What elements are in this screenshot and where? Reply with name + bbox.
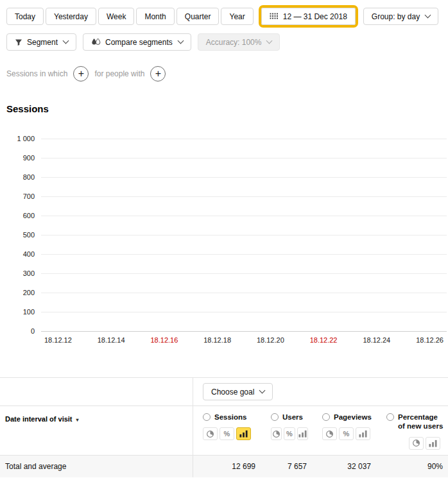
y-axis-label: 700 bbox=[0, 192, 35, 200]
report-table: Choose goal Date interval of visit ▾ Ses… bbox=[0, 377, 448, 477]
x-axis-label bbox=[343, 336, 358, 344]
period-tab-month[interactable]: Month bbox=[136, 8, 174, 25]
gridline bbox=[41, 331, 447, 332]
metric-label: Percentage of new users bbox=[398, 413, 444, 431]
metric-label: Pageviews bbox=[334, 413, 372, 422]
compare-segments-dropdown[interactable]: Compare segments bbox=[83, 33, 191, 51]
segment-builder-row: Sessions in which + for people with + bbox=[0, 51, 448, 81]
bars-view-toggle[interactable] bbox=[426, 437, 440, 450]
metric-radio[interactable] bbox=[322, 413, 330, 421]
x-axis-label: 18.12.22 bbox=[310, 336, 338, 344]
period-toolbar: Today Yesterday Week Month Quarter Year … bbox=[0, 0, 448, 28]
y-axis-label: 500 bbox=[0, 231, 35, 239]
metric-radio[interactable] bbox=[271, 413, 279, 421]
filter-funnel-icon bbox=[15, 38, 22, 46]
total-value: 12 699 bbox=[193, 456, 261, 477]
pie-view-toggle[interactable] bbox=[409, 437, 424, 450]
y-axis-label: 0 bbox=[0, 327, 35, 335]
pie-view-toggle[interactable] bbox=[322, 427, 337, 440]
bars-view-toggle[interactable] bbox=[236, 427, 251, 440]
table-column-divider bbox=[193, 378, 193, 477]
x-axis-label: 18.12.18 bbox=[203, 336, 231, 344]
sort-caret-icon: ▾ bbox=[76, 417, 79, 423]
x-axis-label bbox=[396, 336, 410, 344]
metric-radio[interactable] bbox=[386, 413, 394, 421]
goal-row: Choose goal bbox=[0, 378, 448, 406]
percent-view-toggle[interactable]: % bbox=[220, 427, 234, 440]
sessions-in-which-label: Sessions in which bbox=[6, 69, 67, 78]
x-axis-labels: 18.12.1218.12.1418.12.1618.12.1818.12.20… bbox=[41, 336, 447, 344]
date-range-label: 12 — 31 Dec 2018 bbox=[283, 12, 347, 21]
x-axis-label bbox=[184, 336, 198, 344]
x-axis-label: 18.12.16 bbox=[150, 336, 178, 344]
x-axis-label: 18.12.12 bbox=[44, 336, 72, 344]
metric-toggles bbox=[386, 437, 444, 450]
add-people-condition-button[interactable]: + bbox=[150, 66, 166, 81]
x-axis-label: 18.12.20 bbox=[257, 336, 284, 344]
dimension-header-label: Date interval of visit bbox=[5, 415, 73, 423]
metric-head: Percentage of new users bbox=[386, 413, 444, 431]
accuracy-dropdown[interactable]: Accuracy: 100% bbox=[198, 33, 280, 51]
y-axis-label: 600 bbox=[0, 212, 35, 219]
y-axis-label: 900 bbox=[0, 154, 35, 162]
total-value: 32 037 bbox=[312, 456, 376, 477]
chart-title: Sessions bbox=[6, 103, 448, 114]
period-tab-week[interactable]: Week bbox=[98, 8, 134, 25]
pie-view-toggle[interactable] bbox=[271, 427, 282, 440]
y-axis-label: 100 bbox=[0, 308, 35, 316]
x-axis-label bbox=[237, 336, 251, 344]
segment-dropdown[interactable]: Segment bbox=[6, 33, 76, 51]
period-tab-yesterday[interactable]: Yesterday bbox=[46, 8, 96, 25]
total-value: 90% bbox=[376, 456, 448, 477]
y-axis-label: 300 bbox=[0, 269, 35, 277]
y-axis-label: 800 bbox=[0, 173, 35, 181]
period-tab-year[interactable]: Year bbox=[221, 8, 253, 25]
x-axis-label: 18.12.24 bbox=[363, 336, 390, 344]
metric-radio[interactable] bbox=[203, 413, 211, 421]
period-tab-quarter[interactable]: Quarter bbox=[177, 8, 220, 25]
dimension-header[interactable]: Date interval of visit ▾ bbox=[0, 406, 193, 455]
x-axis-label: 18.12.14 bbox=[98, 336, 125, 344]
total-value: 7 657 bbox=[261, 456, 312, 477]
chart-bars bbox=[41, 139, 447, 331]
sessions-chart: 01002003004005006007008009001 000 bbox=[0, 139, 447, 331]
chevron-down-icon bbox=[63, 38, 69, 44]
group-by-dropdown[interactable]: Group: by day bbox=[363, 8, 438, 25]
pie-view-toggle[interactable] bbox=[203, 427, 218, 440]
accuracy-label: Accuracy: 100% bbox=[206, 38, 262, 47]
chevron-down-icon bbox=[259, 388, 266, 394]
bars-view-toggle[interactable] bbox=[356, 427, 370, 440]
percent-view-toggle[interactable]: % bbox=[339, 427, 354, 440]
metric-toggles: % bbox=[271, 427, 308, 440]
x-axis-label: 18.12.26 bbox=[416, 336, 444, 344]
metric-label: Users bbox=[282, 413, 303, 422]
add-session-condition-button[interactable]: + bbox=[73, 66, 89, 81]
choose-goal-label: Choose goal bbox=[211, 388, 254, 397]
y-axis-label: 400 bbox=[0, 250, 35, 258]
period-tab-today[interactable]: Today bbox=[6, 8, 44, 25]
compare-segments-label: Compare segments bbox=[105, 38, 173, 47]
chevron-down-icon bbox=[425, 12, 431, 19]
choose-goal-dropdown[interactable]: Choose goal bbox=[203, 383, 273, 400]
metric-toggles: % bbox=[203, 427, 257, 440]
x-axis-label bbox=[290, 336, 304, 344]
metric-column-2: Users% bbox=[261, 406, 312, 455]
x-axis-label bbox=[131, 336, 145, 344]
group-by-label: Group: by day bbox=[372, 12, 420, 21]
totals-row: Total and average 12 6997 65732 03790% bbox=[0, 455, 448, 477]
date-range-picker-button[interactable]: 12 — 31 Dec 2018 bbox=[261, 8, 356, 25]
chart-plot-area: 01002003004005006007008009001 000 bbox=[41, 139, 447, 331]
percent-view-toggle[interactable]: % bbox=[284, 427, 295, 440]
metric-column-4: Percentage of new users bbox=[376, 406, 448, 455]
metric-column-3: Pageviews% bbox=[312, 406, 376, 455]
filter-toolbar: Segment Compare segments Accuracy: 100% bbox=[0, 28, 448, 51]
metric-toggles: % bbox=[322, 427, 372, 440]
y-axis-label: 200 bbox=[0, 289, 35, 296]
compare-droplets-icon bbox=[91, 38, 101, 46]
y-axis-label: 1 000 bbox=[0, 135, 35, 142]
analytics-dashboard: Today Yesterday Week Month Quarter Year … bbox=[0, 0, 448, 477]
segment-label: Segment bbox=[27, 38, 58, 47]
bars-view-toggle[interactable] bbox=[297, 427, 308, 440]
metric-column-1: Sessions% bbox=[193, 406, 261, 455]
table-header-row: Date interval of visit ▾ Sessions%Users%… bbox=[0, 406, 448, 455]
